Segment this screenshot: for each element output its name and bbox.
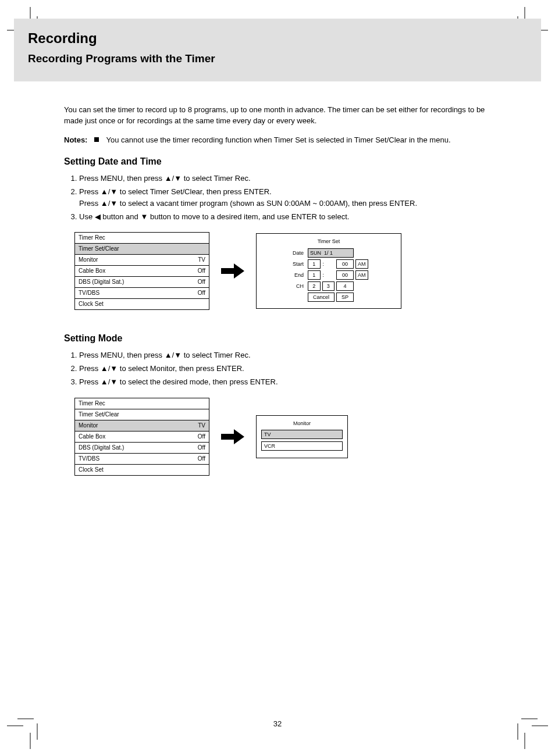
note-text: You cannot use the timer recording funct… xyxy=(106,135,450,146)
step-1: Press MENU, then press / to select Timer… xyxy=(79,173,494,184)
list-item: MonitorTV xyxy=(75,254,209,265)
step-1: Press MENU, then press / to select Timer… xyxy=(79,350,494,361)
step-3: Press / to select the desired mode, then… xyxy=(79,376,494,388)
list-item: TV/DBSOff xyxy=(75,453,209,464)
list-item: Clock Set xyxy=(75,464,209,475)
down-arrow-icon xyxy=(110,187,118,196)
page-number: 32 xyxy=(273,719,282,728)
list-item: Cable BoxOff xyxy=(75,431,209,442)
section-heading-mode: Setting Mode xyxy=(64,333,494,344)
steps-mode: Press MENU, then press / to select Timer… xyxy=(64,350,494,388)
list-item: Cable BoxOff xyxy=(75,265,209,276)
up-arrow-icon xyxy=(165,351,172,359)
list-item: MonitorTV xyxy=(75,420,209,431)
note-block: Notes: You cannot use the timer recordin… xyxy=(64,135,494,146)
step-2: Press / to select Monitor, then press EN… xyxy=(79,363,494,375)
up-arrow-icon xyxy=(101,187,108,196)
list-item: Timer Rec xyxy=(75,233,209,243)
step-3: Use button and button to move to a desir… xyxy=(79,211,494,223)
down-arrow-icon xyxy=(110,364,118,373)
diagram-row-1: Timer Rec Timer Set/Clear MonitorTV Cabl… xyxy=(74,232,494,310)
intro-paragraph: You can set the timer to record up to 8 … xyxy=(64,105,494,127)
timer-set-panel: Timer Set Date SUN 1/ 1 Start 1 : 00 AM xyxy=(256,233,401,309)
list-item: Timer Set/Clear xyxy=(75,409,209,420)
down-arrow-icon xyxy=(110,199,118,208)
up-arrow-icon xyxy=(165,174,172,183)
list-item: Timer Set/Clear xyxy=(75,243,209,254)
diagram-row-2: Timer Rec Timer Set/Clear MonitorTV Cabl… xyxy=(74,398,494,476)
note-label: Notes: xyxy=(64,135,87,146)
panel-caption: Timer Set xyxy=(261,238,396,244)
mode-option: VCR xyxy=(261,441,343,451)
down-arrow-icon xyxy=(174,174,182,183)
list-item: DBS (Digital Sat.)Off xyxy=(75,276,209,287)
up-arrow-icon xyxy=(101,364,108,373)
section-heading-date-time: Setting Date and Time xyxy=(64,156,494,167)
down-arrow-icon xyxy=(140,212,148,221)
menu-list-timer-rec: Timer Rec Timer Set/Clear MonitorTV Cabl… xyxy=(74,232,209,310)
step-2: Press / to select Timer Set/Clear, then … xyxy=(79,186,494,209)
list-item: Timer Rec xyxy=(75,398,209,409)
page-header: Recording Recording Programs with the Ti… xyxy=(14,19,541,81)
list-item: Clock Set xyxy=(75,298,209,309)
up-arrow-icon xyxy=(101,199,108,208)
list-item: DBS (Digital Sat.)Off xyxy=(75,442,209,453)
page-title: Recording xyxy=(28,30,527,47)
left-arrow-icon xyxy=(95,212,101,221)
panel-caption: Monitor xyxy=(261,420,343,426)
up-arrow-icon xyxy=(101,377,108,386)
flow-arrow-icon xyxy=(221,262,244,280)
flow-arrow-icon xyxy=(221,428,244,445)
bullet-icon xyxy=(94,137,99,142)
mode-option: TV xyxy=(261,430,343,439)
mode-panel: Monitor TV VCR xyxy=(256,415,348,458)
down-arrow-icon xyxy=(174,351,182,359)
page-subtitle: Recording Programs with the Timer xyxy=(28,52,527,65)
down-arrow-icon xyxy=(110,377,118,386)
list-item: TV/DBSOff xyxy=(75,287,209,298)
steps-date-time: Press MENU, then press / to select Timer… xyxy=(64,173,494,223)
menu-list-timer-rec-2: Timer Rec Timer Set/Clear MonitorTV Cabl… xyxy=(74,398,209,476)
